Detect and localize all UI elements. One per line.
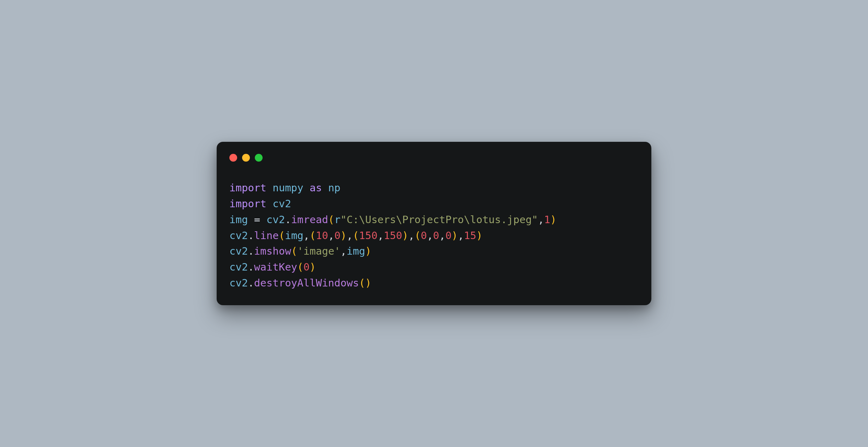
code-line: cv2.destroyAllWindows()	[229, 277, 371, 289]
function-line: line	[254, 230, 279, 242]
module-cv2: cv2	[272, 198, 291, 210]
identifier-cv2: cv2	[229, 230, 248, 242]
paren-close: )	[476, 230, 482, 242]
paren-open: (	[415, 230, 421, 242]
paren-open: (	[328, 214, 334, 226]
keyword-import: import	[229, 182, 266, 194]
paren-open: (	[359, 277, 365, 289]
comma: ,	[427, 230, 433, 242]
paren-close: )	[550, 214, 556, 226]
paren-open: (	[297, 261, 303, 273]
window-titlebar	[229, 152, 639, 162]
code-window: import numpy as np import cv2 img = cv2.…	[217, 142, 651, 306]
number-literal: 150	[359, 230, 377, 242]
comma: ,	[538, 214, 544, 226]
function-waitkey: waitKey	[254, 261, 297, 273]
keyword-as: as	[310, 182, 322, 194]
identifier-img: img	[285, 230, 303, 242]
number-literal: 150	[384, 230, 402, 242]
close-icon[interactable]	[229, 154, 237, 162]
number-literal: 10	[316, 230, 328, 242]
paren-close: )	[310, 261, 316, 273]
paren-close: )	[452, 230, 458, 242]
code-line: cv2.line(img,(10,0),(150,150),(0,0,0),15…	[229, 230, 482, 242]
string-literal: 'image'	[297, 245, 340, 257]
comma: ,	[408, 230, 414, 242]
identifier-img: img	[347, 245, 365, 257]
code-line: import numpy as np	[229, 182, 340, 194]
number-literal: 0	[421, 230, 427, 242]
identifier-img: img	[229, 214, 248, 226]
paren-open: (	[279, 230, 285, 242]
identifier-cv2: cv2	[229, 261, 248, 273]
paren-close: )	[365, 245, 371, 257]
dot-operator: .	[248, 245, 254, 257]
number-literal: 15	[464, 230, 476, 242]
operator-assign: =	[248, 214, 266, 226]
comma: ,	[328, 230, 334, 242]
number-literal: 0	[433, 230, 439, 242]
comma: ,	[347, 230, 353, 242]
paren-open: (	[291, 245, 297, 257]
number-literal: 0	[304, 261, 310, 273]
code-line: cv2.imshow('image',img)	[229, 245, 371, 257]
code-line: import cv2	[229, 198, 291, 210]
code-line: cv2.waitKey(0)	[229, 261, 316, 273]
string-literal: "C:\Users\ProjectPro\lotus.jpeg"	[340, 214, 538, 226]
identifier-cv2: cv2	[229, 277, 248, 289]
identifier-cv2: cv2	[229, 245, 248, 257]
code-block: import numpy as np import cv2 img = cv2.…	[229, 180, 639, 291]
maximize-icon[interactable]	[255, 154, 263, 162]
keyword-import: import	[229, 198, 266, 210]
string-prefix-r: r	[334, 214, 340, 226]
alias-np: np	[328, 182, 340, 194]
dot-operator: .	[248, 277, 254, 289]
dot-operator: .	[285, 214, 291, 226]
paren-open: (	[310, 230, 316, 242]
code-line: img = cv2.imread(r"C:\Users\ProjectPro\l…	[229, 214, 556, 226]
paren-close: )	[340, 230, 346, 242]
paren-close: )	[365, 277, 371, 289]
identifier-cv2: cv2	[266, 214, 285, 226]
comma: ,	[340, 245, 346, 257]
comma: ,	[458, 230, 464, 242]
comma: ,	[439, 230, 445, 242]
number-literal: 0	[445, 230, 451, 242]
dot-operator: .	[248, 230, 254, 242]
function-destroyallwindows: destroyAllWindows	[254, 277, 359, 289]
number-literal: 0	[334, 230, 340, 242]
dot-operator: .	[248, 261, 254, 273]
paren-open: (	[353, 230, 359, 242]
minimize-icon[interactable]	[242, 154, 250, 162]
module-numpy: numpy	[272, 182, 303, 194]
function-imread: imread	[291, 214, 328, 226]
number-literal: 1	[544, 214, 550, 226]
paren-close: )	[402, 230, 408, 242]
comma: ,	[304, 230, 310, 242]
function-imshow: imshow	[254, 245, 291, 257]
comma: ,	[377, 230, 383, 242]
